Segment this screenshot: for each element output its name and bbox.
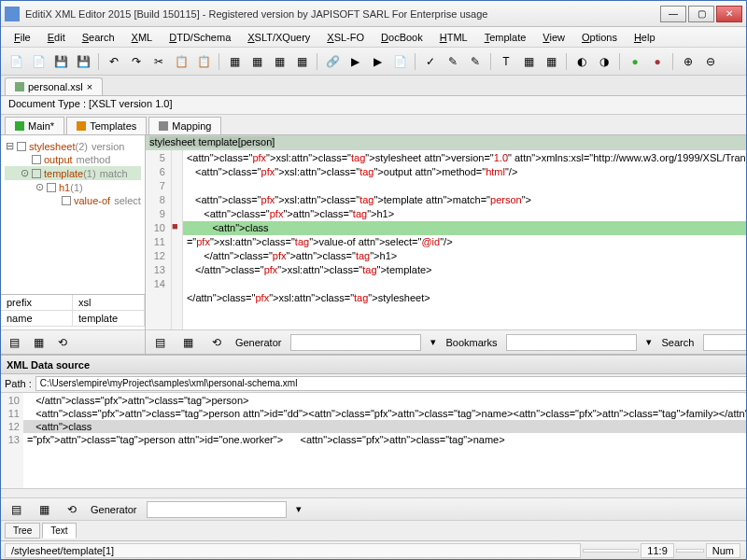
status-position: 11:9	[641, 543, 673, 558]
table-icon[interactable]: ▦	[519, 52, 538, 71]
menu-xml[interactable]: XML	[124, 30, 161, 45]
properties-table: prefixxslnametemplate	[1, 294, 145, 329]
zoom-out-icon[interactable]: ⊖	[701, 52, 720, 71]
zoom-in-icon[interactable]: ⊕	[679, 52, 698, 71]
path-label: Path :	[5, 378, 32, 389]
go-icon[interactable]: ●	[626, 52, 644, 71]
sub-tab-mapping[interactable]: Mapping	[148, 117, 221, 134]
paste-icon[interactable]: 📋	[194, 52, 213, 71]
code-editor[interactable]: 567891011121314 ■ <attn">class="pfx">xsl…	[146, 150, 746, 329]
xml-source-title: XML Data source	[7, 359, 747, 371]
settings-icon[interactable]: ▦	[292, 52, 311, 71]
run-icon[interactable]: ▶	[345, 52, 364, 71]
status-xpath: /stylesheet/template[1]	[5, 543, 581, 558]
menu-dtd/schema[interactable]: DTD/Schema	[162, 30, 238, 45]
close-button[interactable]: ✕	[716, 6, 742, 22]
breadcrumb: stylesheet template[person]	[146, 135, 746, 150]
tree-node[interactable]: ⊙h1 (1)	[5, 180, 141, 194]
comment-icon[interactable]: ◐	[572, 52, 591, 71]
wand-icon[interactable]: ✎	[444, 52, 462, 71]
format-icon[interactable]: ▦	[270, 52, 289, 71]
status-mode: Num	[706, 543, 740, 558]
list3-icon[interactable]: ▤	[7, 500, 25, 519]
sub-tab-main[interactable]: Main*	[5, 117, 64, 134]
menu-template[interactable]: Template	[477, 30, 534, 45]
menu-options[interactable]: Options	[574, 30, 625, 45]
close-tab-icon[interactable]: ×	[87, 81, 92, 92]
search-input[interactable]	[703, 334, 746, 351]
grid4-icon[interactable]: ▦	[35, 500, 53, 519]
xsl-file-icon	[15, 82, 24, 91]
tree-node[interactable]: ⊙template (1)match	[5, 166, 141, 180]
uncomment-icon[interactable]: ◑	[595, 52, 613, 71]
check-icon[interactable]: ✓	[421, 52, 440, 71]
tree-node[interactable]: value-ofselect	[5, 194, 141, 207]
cut-icon[interactable]: ✂	[149, 52, 168, 71]
tree-icon[interactable]: ▦	[225, 52, 244, 71]
scrollbar[interactable]	[1, 488, 747, 497]
path-input[interactable]	[35, 376, 747, 391]
menu-view[interactable]: View	[535, 30, 572, 45]
generator-label: Generator	[235, 337, 282, 348]
bookmarks-input[interactable]	[506, 334, 637, 351]
new-doc-icon[interactable]: 📄	[29, 52, 48, 71]
menu-xslt/xquery[interactable]: XSLT/XQuery	[240, 30, 317, 45]
grid2-icon[interactable]: ▦	[29, 333, 48, 352]
grid3-icon[interactable]: ▦	[179, 333, 198, 352]
list-icon[interactable]: ▤	[5, 333, 23, 352]
grid-icon[interactable]: ▦	[542, 52, 560, 71]
record-icon[interactable]: ●	[648, 52, 667, 71]
tree-node[interactable]: outputmethod	[5, 153, 141, 166]
menu-edit[interactable]: Edit	[40, 30, 73, 45]
file-tab-label: personal.xsl	[28, 81, 83, 92]
refresh-icon[interactable]: ⟲	[53, 333, 72, 352]
menu-xsl-fo[interactable]: XSL-FO	[319, 30, 372, 45]
sub-tab-templates[interactable]: Templates	[66, 117, 147, 134]
save-icon[interactable]: 💾	[51, 52, 70, 71]
main-toolbar: 📄 📄 💾 💾 ↶ ↷ ✂ 📋 📋 ▦ ▦ ▦ ▦ 🔗 ▶ ▶ 📄 ✓ ✎ ✎ …	[1, 48, 746, 76]
status-bar: /stylesheet/template[1] 11:9 Num	[1, 540, 746, 559]
outline-tree[interactable]: ⊟stylesheet (2)versionoutputmethod⊙templ…	[1, 135, 145, 294]
menu-docbook[interactable]: DocBook	[374, 30, 430, 45]
maximize-button[interactable]: ▢	[688, 6, 714, 22]
file-tab[interactable]: personal.xsl ×	[5, 77, 103, 95]
generator-input[interactable]	[290, 334, 421, 351]
src-tab-text[interactable]: Text	[42, 523, 76, 539]
tree-node[interactable]: ⊟stylesheet (2)version	[5, 139, 141, 153]
window-title: EditiX XML Editor 2015 [Build 150115] - …	[25, 8, 658, 20]
minimize-button[interactable]: —	[660, 6, 686, 22]
sub-tab-bar: Main*TemplatesMapping	[1, 115, 746, 135]
refresh4-icon[interactable]: ⟲	[63, 500, 81, 519]
validate-icon[interactable]: ▦	[247, 52, 266, 71]
menu-html[interactable]: HTML	[432, 30, 475, 45]
app-icon	[5, 7, 20, 21]
stop-icon[interactable]: ▶	[368, 52, 387, 71]
redo-icon[interactable]: ↷	[127, 52, 146, 71]
menu-search[interactable]: Search	[75, 30, 122, 45]
new-icon[interactable]: 📄	[7, 52, 25, 71]
bookmarks-label: Bookmarks	[445, 337, 497, 348]
copy-icon[interactable]: 📋	[172, 52, 190, 71]
menu-bar: FileEditSearchXMLDTD/SchemaXSLT/XQueryXS…	[1, 27, 746, 48]
menu-file[interactable]: File	[7, 30, 38, 45]
doc-icon[interactable]: 📄	[390, 52, 409, 71]
src-tab-tree[interactable]: Tree	[5, 523, 40, 539]
xml-source-editor[interactable]: 10111213 </attn">class="pfx">attn">class…	[1, 393, 747, 488]
link-icon[interactable]: 🔗	[323, 52, 342, 71]
document-type: Document Type : [XSLT version 1.0]	[1, 96, 746, 115]
generator2-input[interactable]	[147, 501, 287, 518]
file-tab-bar: personal.xsl ×	[1, 76, 746, 96]
title-bar: EditiX XML Editor 2015 [Build 150115] - …	[1, 1, 746, 27]
search-label: Search	[661, 337, 694, 348]
refresh2-icon[interactable]: ⟲	[207, 333, 226, 352]
save-all-icon[interactable]: 💾	[74, 52, 92, 71]
generator-bar: ▤ ▦ ⟲ Generator ▾ Bookmarks ▾ Search	[146, 329, 746, 354]
text-icon[interactable]: T	[497, 52, 515, 71]
list2-icon[interactable]: ▤	[151, 333, 170, 352]
undo-icon[interactable]: ↶	[105, 52, 123, 71]
brush-icon[interactable]: ✎	[466, 52, 485, 71]
menu-help[interactable]: Help	[627, 30, 663, 45]
tree-toolbar: ▤ ▦ ⟲	[1, 329, 145, 354]
